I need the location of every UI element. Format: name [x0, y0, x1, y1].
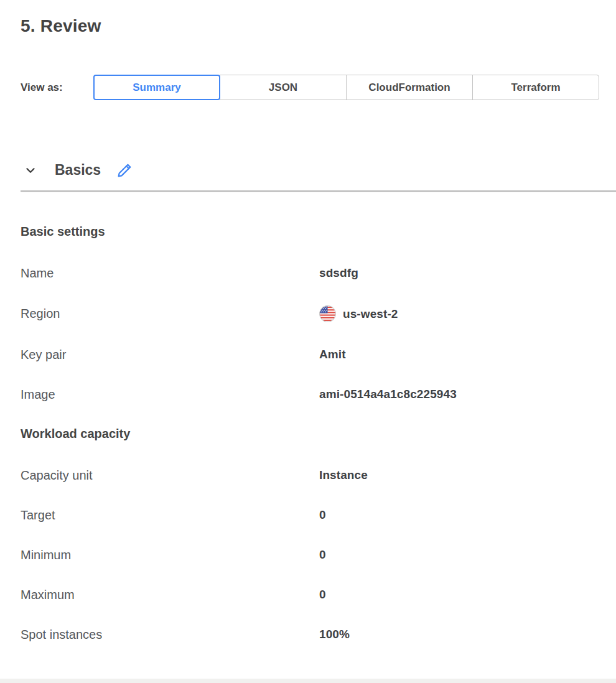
row-value: sdsdfg [319, 266, 358, 280]
row-value-text: us-west-2 [343, 307, 398, 321]
next-section-divider [0, 679, 616, 683]
view-as-row: View as: Summary JSON CloudFormation Ter… [21, 75, 616, 100]
tab-json[interactable]: JSON [220, 75, 347, 100]
collapse-section-button[interactable] [24, 164, 37, 177]
tab-terraform[interactable]: Terraform [472, 75, 599, 100]
row-value: 0 [319, 508, 326, 522]
row-maximum: Maximum 0 [21, 587, 616, 602]
view-as-tab-group: Summary JSON CloudFormation Terraform [93, 75, 600, 100]
row-key-pair: Key pair Amit [21, 347, 616, 362]
basics-section-header: Basics [21, 162, 616, 179]
row-value: 0 [319, 588, 326, 602]
row-target: Target 0 [21, 508, 616, 523]
section-divider [21, 190, 616, 192]
row-label: Image [21, 388, 319, 402]
row-capacity-unit: Capacity unit Instance [21, 468, 616, 483]
view-as-label: View as: [21, 81, 93, 94]
pencil-icon [117, 162, 133, 178]
row-image: Image ami-0514a4a1c8c225943 [21, 387, 616, 402]
row-region: Region [21, 305, 616, 322]
us-flag-icon [319, 305, 336, 322]
row-value: 0 [319, 548, 326, 562]
row-name: Name sdsdfg [21, 266, 616, 281]
row-minimum: Minimum 0 [21, 547, 616, 562]
row-label: Minimum [21, 548, 319, 562]
tab-cloudformation[interactable]: CloudFormation [346, 75, 473, 100]
tab-summary[interactable]: Summary [93, 75, 220, 100]
row-value: 100% [319, 628, 350, 641]
row-value: us-west-2 [319, 305, 398, 322]
edit-basics-button[interactable] [116, 162, 133, 179]
row-label: Name [21, 266, 319, 281]
row-label: Region [21, 307, 319, 321]
row-spot-instances: Spot instances 100% [21, 627, 616, 642]
row-label: Capacity unit [21, 468, 319, 483]
section-title: Basics [55, 162, 101, 179]
group-heading-basic-settings: Basic settings [21, 225, 616, 239]
row-label: Maximum [21, 588, 319, 602]
group-heading-workload-capacity: Workload capacity [21, 427, 616, 441]
row-label: Key pair [21, 348, 319, 362]
row-value: ami-0514a4a1c8c225943 [319, 388, 457, 401]
chevron-down-icon [24, 164, 37, 177]
row-label: Spot instances [21, 628, 319, 642]
row-label: Target [21, 508, 319, 523]
row-value: Instance [319, 468, 368, 482]
page-title: 5. Review [21, 16, 616, 36]
row-value: Amit [319, 348, 346, 361]
